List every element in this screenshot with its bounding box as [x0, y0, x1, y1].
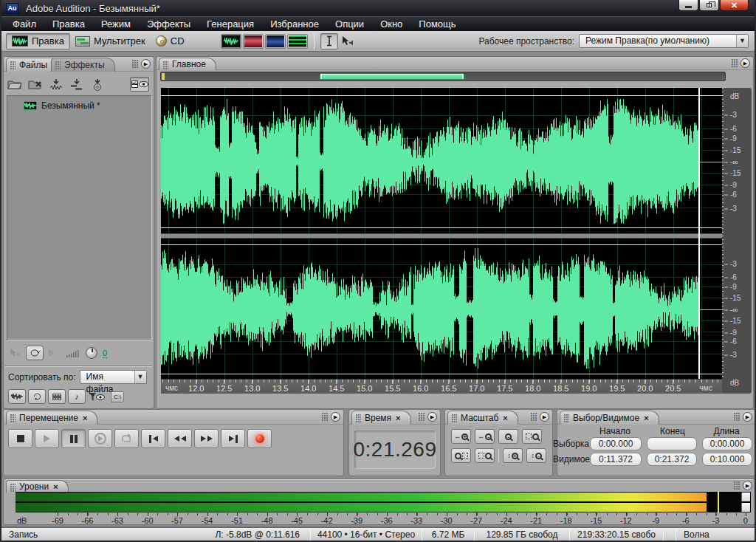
selection-end-field[interactable] — [647, 437, 697, 450]
preview-play-button[interactable] — [49, 349, 55, 357]
show-loop-files-button[interactable] — [28, 389, 46, 404]
scrub-tool-button[interactable] — [338, 33, 356, 49]
preview-volume-knob[interactable] — [86, 347, 97, 359]
zoom-in-horizontal-button[interactable]: ↔+ — [451, 429, 471, 444]
horizontal-scrollbar[interactable] — [160, 72, 726, 81]
tab-time[interactable]: Время × — [351, 411, 411, 425]
column-header-end: Конец — [660, 426, 685, 436]
play-from-cursor-button[interactable] — [88, 429, 112, 448]
multitrack-view-button[interactable]: Мультитрек — [70, 33, 151, 49]
menu-edit[interactable]: Правка — [44, 17, 93, 31]
zoom-panel-menu-button[interactable]: ▶ — [540, 412, 549, 422]
selection-length-field[interactable]: 0:00.000 — [702, 437, 752, 450]
workspace-select[interactable]: Режим Правка(по умолчанию) ▼ — [579, 34, 749, 48]
go-to-start-button[interactable] — [141, 429, 165, 448]
main-panel-menu-button[interactable]: ▶ — [740, 58, 750, 68]
cd-view-button[interactable]: CD — [151, 33, 190, 49]
levels-panel-menu-button[interactable]: ▶ — [743, 481, 752, 490]
insert-into-edit-button[interactable] — [48, 77, 64, 92]
levels-panel: Уровни × ▶ dB -69 -66 -63 -60 -57 -54 -5… — [3, 478, 756, 525]
auto-play-icon[interactable] — [8, 348, 21, 358]
tab-close-icon[interactable]: × — [53, 482, 58, 491]
menu-generate[interactable]: Генерация — [199, 17, 262, 31]
insert-into-multitrack-button[interactable] — [69, 77, 85, 92]
stop-button[interactable] — [8, 429, 32, 448]
pause-button[interactable] — [61, 429, 86, 448]
show-midi-files-button[interactable]: ♪ — [68, 389, 86, 404]
sort-select[interactable]: Имя файла ▼ — [80, 370, 147, 384]
level-meter[interactable] — [16, 492, 751, 512]
spectral-phase-display-button[interactable] — [287, 34, 308, 49]
waveform-canvas[interactable] — [161, 88, 722, 379]
menu-window[interactable]: Окно — [372, 17, 410, 31]
zoom-out-full-button[interactable]: - — [498, 429, 518, 444]
import-file-button[interactable] — [7, 77, 23, 92]
show-audio-files-button[interactable] — [8, 389, 26, 404]
zoom-to-selection-button[interactable] — [522, 429, 542, 444]
spectral-display-button[interactable] — [243, 34, 264, 49]
transport-panel-menu-button[interactable]: ▶ — [331, 412, 340, 422]
view-end-field[interactable]: 0:21.372 — [647, 453, 697, 466]
db-label: -15 — [730, 317, 740, 325]
tab-transport[interactable]: Перемещение × — [6, 411, 97, 425]
filter-button[interactable] — [88, 389, 106, 404]
tab-levels[interactable]: Уровни × — [6, 480, 69, 493]
edit-view-button[interactable]: Правка — [6, 33, 70, 49]
zoom-in-vertical-button[interactable]: ↕+ — [503, 448, 523, 463]
spectral-display-icon — [244, 35, 262, 47]
tab-main[interactable]: Главное — [159, 58, 216, 70]
db-scale[interactable]: dB -3 -6 -9 -15 -∞ -15 -9 -6 -3 -3 -6 -9… — [722, 88, 752, 394]
menu-file[interactable]: Файл — [4, 17, 44, 31]
minimize-button[interactable] — [678, 0, 698, 11]
tab-close-icon[interactable]: × — [83, 414, 87, 422]
timeline-ruler[interactable]: чмс 12.0 12.5 13.0 13.5 14.0 14.5 15.0 1… — [161, 379, 722, 394]
play-looped-button[interactable] — [114, 429, 139, 448]
menu-help[interactable]: Помощь — [410, 17, 464, 31]
preview-volume-value[interactable]: 0 — [103, 349, 107, 358]
waveform-display-button[interactable] — [221, 34, 241, 49]
tab-close-icon[interactable]: × — [644, 414, 648, 422]
go-to-end-button[interactable] — [221, 429, 245, 448]
selection-panel-menu-button[interactable]: ▶ — [743, 412, 752, 422]
fast-forward-button[interactable] — [194, 429, 219, 448]
levels-scale: dB -69 -66 -63 -60 -57 -54 -51 -48 -45 -… — [16, 513, 751, 525]
selection-start-field[interactable]: 0:00.000 — [590, 437, 642, 450]
files-list[interactable]: Безымянный * — [7, 95, 152, 340]
file-row[interactable]: Безымянный * — [7, 96, 151, 111]
menu-favorites[interactable]: Избранное — [262, 17, 327, 31]
time-display[interactable]: 0:21.269 — [354, 430, 436, 469]
record-button[interactable] — [247, 429, 272, 448]
selection-box-icon — [462, 453, 468, 459]
time-selection-tool-button[interactable] — [320, 33, 338, 49]
loop-preview-button[interactable] — [26, 346, 44, 360]
show-video-files-button[interactable] — [48, 389, 66, 404]
panel-grip — [322, 413, 329, 421]
tab-effects[interactable]: Эффекты — [51, 58, 115, 72]
tab-close-icon[interactable]: × — [396, 414, 400, 422]
tab-close-icon[interactable]: × — [503, 414, 507, 422]
zoom-selection-right-button[interactable] — [475, 448, 495, 463]
ruler-tick: 13.0 — [244, 384, 260, 393]
menu-options[interactable]: Опции — [327, 17, 372, 31]
tab-zoom[interactable]: Масштаб × — [447, 411, 518, 425]
tab-selection-view[interactable]: Выбор/Видимое × — [560, 411, 659, 425]
close-button[interactable]: ✕ — [720, 0, 749, 11]
time-panel-menu-button[interactable]: ▶ — [427, 412, 437, 422]
insert-into-cd-button[interactable] — [89, 77, 106, 92]
files-panel-menu-button[interactable]: ▶ — [141, 59, 151, 69]
view-start-field[interactable]: 0:11.372 — [590, 453, 642, 466]
horizontal-scrollbar-thumb[interactable] — [320, 73, 464, 80]
rewind-button[interactable] — [168, 429, 192, 448]
restore-button[interactable] — [699, 0, 719, 11]
spectral-pan-display-button[interactable] — [265, 34, 286, 49]
zoom-out-horizontal-button[interactable]: ↔- — [475, 429, 495, 444]
menu-effects[interactable]: Эффекты — [139, 17, 199, 31]
zoom-selection-left-button[interactable] — [451, 448, 471, 463]
full-paths-toggle[interactable]: C:\ — [111, 391, 124, 402]
view-length-field[interactable]: 0:10.000 — [702, 453, 752, 466]
zoom-out-vertical-button[interactable]: ↕- — [526, 448, 546, 463]
close-file-button[interactable] — [27, 77, 44, 92]
menu-view[interactable]: Режим — [93, 17, 139, 31]
play-button[interactable] — [35, 429, 59, 448]
advanced-options-toggle[interactable] — [130, 77, 149, 92]
